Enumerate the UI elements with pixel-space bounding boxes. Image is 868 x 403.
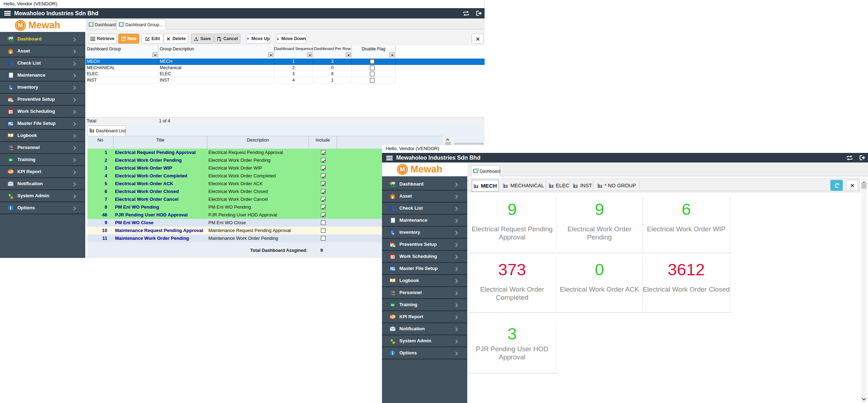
svg-text:15: 15 [391,255,394,259]
svg-text:15: 15 [9,110,12,114]
svg-text:ID: ID [9,158,13,162]
svg-text:ID: ID [391,303,395,307]
